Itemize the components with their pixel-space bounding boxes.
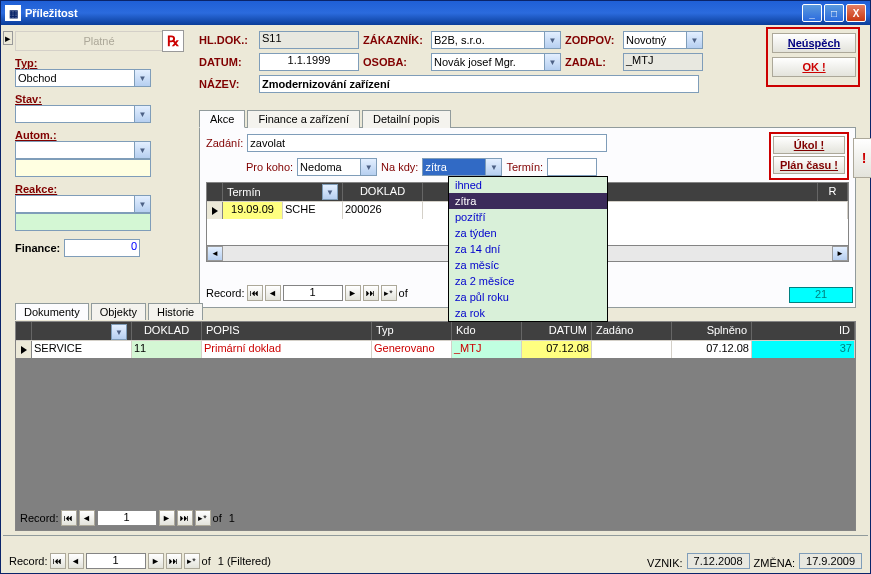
nav-next-button[interactable]: ► [345,285,361,301]
dd-item[interactable]: za měsíc [449,257,607,273]
zakaznik-combo[interactable]: B2B, s.r.o.▼ [431,31,561,49]
nazev-field[interactable] [259,75,699,93]
scroll-left-button[interactable]: ◄ [207,246,223,261]
chevron-down-icon[interactable]: ▼ [134,106,150,122]
col-typ[interactable]: Typ [372,322,452,340]
dd-item[interactable]: za 14 dní [449,241,607,257]
alert-button[interactable]: ! [853,138,871,178]
neuspech-button[interactable]: Neúspěch [772,33,856,53]
nav-next-button[interactable]: ► [148,553,164,569]
typ-combo[interactable]: Obchod ▼ [15,69,151,87]
tab-akce[interactable]: Akce [199,110,245,128]
nakdy-label: Na kdy: [381,161,418,173]
chevron-down-icon[interactable]: ▼ [134,196,150,212]
rx-icon[interactable]: ℞ [162,30,184,52]
tab-historie[interactable]: Historie [148,303,203,320]
titlebar[interactable]: ▦ Příležitost _ □ X [1,1,870,25]
nav-new-button[interactable]: ▸* [381,285,397,301]
zodpov-combo[interactable]: Novotný▼ [623,31,703,49]
ok-button[interactable]: OK ! [772,57,856,77]
chevron-down-icon[interactable]: ▼ [485,159,501,175]
col-datum[interactable]: DATUM [522,322,592,340]
table-row[interactable]: SERVICE 11 Primární doklad Generovano _M… [16,340,855,358]
chevron-down-icon[interactable]: ▼ [360,159,376,175]
prokoho-combo[interactable]: Nedoma▼ [297,158,377,176]
scroll-right-button[interactable]: ► [832,246,848,261]
reakce-text[interactable] [15,213,151,231]
zmena-value: 17.9.2009 [799,553,862,569]
nav-next-button[interactable]: ► [159,510,175,526]
chevron-down-icon[interactable]: ▼ [686,32,702,48]
nav-prev-button[interactable]: ◄ [68,553,84,569]
datum-field[interactable]: 1.1.1999 [259,53,359,71]
nav-prev-button[interactable]: ◄ [265,285,281,301]
nav-first-button[interactable]: ⏮ [247,285,263,301]
record-index[interactable]: 1 [97,510,157,526]
footer: Record: ⏮ ◄ 1 ► ⏭ ▸* of 1 (Filtered) VZN… [3,535,868,571]
col-doklad[interactable]: DOKLAD [343,183,423,201]
nav-new-button[interactable]: ▸* [184,553,200,569]
nav-last-button[interactable]: ⏭ [363,285,379,301]
typ-label: Typ: [15,57,183,69]
osoba-combo[interactable]: Novák josef Mgr.▼ [431,53,561,71]
nav-first-button[interactable]: ⏮ [61,510,77,526]
finance-label: Finance: [15,242,60,254]
tab-detail[interactable]: Detailní popis [362,110,451,128]
termin-field[interactable] [547,158,597,176]
ukol-button[interactable]: Úkol ! [773,136,845,154]
col-doklad[interactable]: DOKLAD [132,322,202,340]
tab-finance[interactable]: Finance a zařízení [247,110,360,128]
platne-button[interactable]: Platné ℞ [15,31,183,51]
collapse-handle[interactable]: ▸ [3,31,13,45]
dd-item[interactable]: za půl roku [449,289,607,305]
dd-item[interactable]: za týden [449,225,607,241]
chevron-down-icon[interactable]: ▼ [544,54,560,70]
col-id[interactable]: ID [752,322,855,340]
chevron-down-icon[interactable]: ▼ [544,32,560,48]
nav-last-button[interactable]: ⏭ [166,553,182,569]
zadani-field[interactable] [247,134,607,152]
col-zadano[interactable]: Zadáno [592,322,672,340]
dd-item-selected[interactable]: zítra [449,193,607,209]
nazev-label: NÁZEV: [199,78,255,90]
col-termin[interactable]: Termín [227,186,261,198]
lower-tabs: Dokumenty Objekty Historie [15,303,856,320]
nav-first-button[interactable]: ⏮ [50,553,66,569]
nakdy-combo[interactable]: zítra▼ [422,158,502,176]
reakce-combo[interactable]: ▼ [15,195,151,213]
col-popis[interactable]: POPIS [202,322,372,340]
col-splneno[interactable]: Splněno [672,322,752,340]
tab-dokumenty[interactable]: Dokumenty [15,303,89,320]
zmena-label: ZMĚNA: [754,557,796,569]
autom-text[interactable] [15,159,151,177]
minimize-button[interactable]: _ [802,4,822,22]
dd-item[interactable]: za rok [449,305,607,321]
dd-item[interactable]: pozítří [449,209,607,225]
col-kdo[interactable]: Kdo [452,322,522,340]
col-r[interactable]: R [818,183,848,201]
window-title: Příležitost [25,7,802,19]
chevron-down-icon[interactable]: ▼ [134,142,150,158]
chevron-down-icon[interactable]: ▼ [322,184,338,200]
stav-combo[interactable]: ▼ [15,105,151,123]
nav-new-button[interactable]: ▸* [195,510,211,526]
nakdy-dropdown[interactable]: ihned zítra pozítří za týden za 14 dní z… [448,176,608,322]
dd-item[interactable]: za 2 měsíce [449,273,607,289]
right-buttons-box: Neúspěch OK ! [766,27,860,87]
maximize-button[interactable]: □ [824,4,844,22]
chevron-down-icon[interactable]: ▼ [111,324,127,340]
autom-combo[interactable]: ▼ [15,141,151,159]
record-index[interactable]: 1 [283,285,343,301]
osoba-label: OSOBA: [363,56,427,68]
window-frame: ▦ Příležitost _ □ X ▸ Platné ℞ Typ: Obch… [0,0,871,574]
hldok-field: S11 [259,31,359,49]
nav-prev-button[interactable]: ◄ [79,510,95,526]
cyan-badge: 21 [789,287,853,303]
chevron-down-icon[interactable]: ▼ [134,70,150,86]
tab-objekty[interactable]: Objekty [91,303,146,320]
dd-item[interactable]: ihned [449,177,607,193]
close-button[interactable]: X [846,4,866,22]
prokoho-label: Pro koho: [246,161,293,173]
record-index[interactable]: 1 [86,553,146,569]
nav-last-button[interactable]: ⏭ [177,510,193,526]
